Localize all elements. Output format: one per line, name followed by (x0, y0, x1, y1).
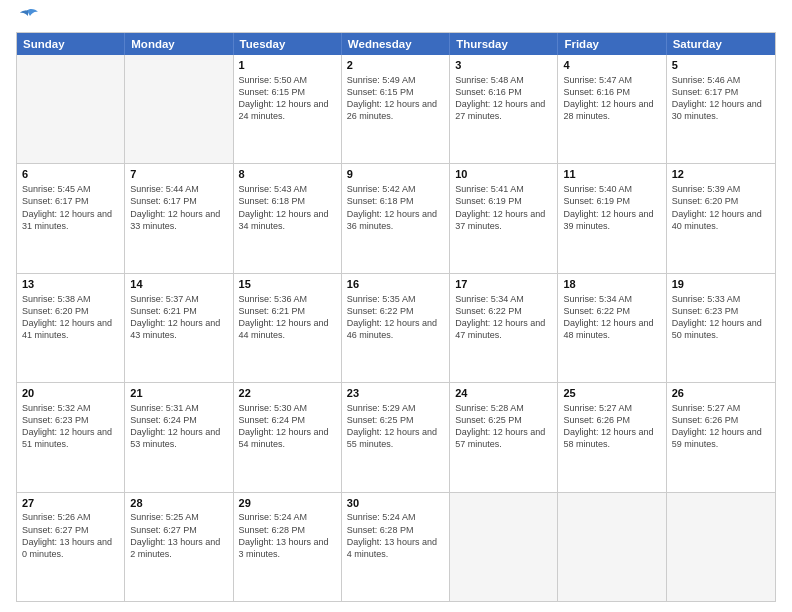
day-number: 1 (239, 58, 336, 73)
day-detail: Sunrise: 5:36 AM Sunset: 6:21 PM Dayligh… (239, 293, 336, 342)
calendar-day-27: 27Sunrise: 5:26 AM Sunset: 6:27 PM Dayli… (17, 493, 125, 601)
day-detail: Sunrise: 5:25 AM Sunset: 6:27 PM Dayligh… (130, 511, 227, 560)
day-number: 13 (22, 277, 119, 292)
day-detail: Sunrise: 5:29 AM Sunset: 6:25 PM Dayligh… (347, 402, 444, 451)
day-detail: Sunrise: 5:30 AM Sunset: 6:24 PM Dayligh… (239, 402, 336, 451)
calendar-day-13: 13Sunrise: 5:38 AM Sunset: 6:20 PM Dayli… (17, 274, 125, 382)
day-number: 28 (130, 496, 227, 511)
header-day-friday: Friday (558, 33, 666, 55)
day-number: 6 (22, 167, 119, 182)
calendar-day-11: 11Sunrise: 5:40 AM Sunset: 6:19 PM Dayli… (558, 164, 666, 272)
day-number: 15 (239, 277, 336, 292)
day-number: 4 (563, 58, 660, 73)
day-detail: Sunrise: 5:45 AM Sunset: 6:17 PM Dayligh… (22, 183, 119, 232)
calendar-day-1: 1Sunrise: 5:50 AM Sunset: 6:15 PM Daylig… (234, 55, 342, 163)
day-number: 19 (672, 277, 770, 292)
day-number: 30 (347, 496, 444, 511)
page-header (16, 12, 776, 24)
calendar-week-1: 1Sunrise: 5:50 AM Sunset: 6:15 PM Daylig… (17, 55, 775, 164)
day-number: 16 (347, 277, 444, 292)
day-detail: Sunrise: 5:33 AM Sunset: 6:23 PM Dayligh… (672, 293, 770, 342)
day-number: 27 (22, 496, 119, 511)
day-detail: Sunrise: 5:42 AM Sunset: 6:18 PM Dayligh… (347, 183, 444, 232)
calendar-day-23: 23Sunrise: 5:29 AM Sunset: 6:25 PM Dayli… (342, 383, 450, 491)
day-number: 2 (347, 58, 444, 73)
calendar-day-25: 25Sunrise: 5:27 AM Sunset: 6:26 PM Dayli… (558, 383, 666, 491)
calendar-body: 1Sunrise: 5:50 AM Sunset: 6:15 PM Daylig… (17, 55, 775, 601)
day-detail: Sunrise: 5:43 AM Sunset: 6:18 PM Dayligh… (239, 183, 336, 232)
calendar-day-7: 7Sunrise: 5:44 AM Sunset: 6:17 PM Daylig… (125, 164, 233, 272)
logo-bird-icon (18, 8, 38, 24)
header-day-wednesday: Wednesday (342, 33, 450, 55)
calendar-day-empty (558, 493, 666, 601)
calendar-day-24: 24Sunrise: 5:28 AM Sunset: 6:25 PM Dayli… (450, 383, 558, 491)
day-detail: Sunrise: 5:46 AM Sunset: 6:17 PM Dayligh… (672, 74, 770, 123)
header-day-thursday: Thursday (450, 33, 558, 55)
calendar-day-16: 16Sunrise: 5:35 AM Sunset: 6:22 PM Dayli… (342, 274, 450, 382)
calendar-day-empty (17, 55, 125, 163)
day-number: 11 (563, 167, 660, 182)
day-detail: Sunrise: 5:37 AM Sunset: 6:21 PM Dayligh… (130, 293, 227, 342)
day-number: 22 (239, 386, 336, 401)
calendar-day-3: 3Sunrise: 5:48 AM Sunset: 6:16 PM Daylig… (450, 55, 558, 163)
header-day-tuesday: Tuesday (234, 33, 342, 55)
day-detail: Sunrise: 5:34 AM Sunset: 6:22 PM Dayligh… (455, 293, 552, 342)
day-number: 20 (22, 386, 119, 401)
header-day-monday: Monday (125, 33, 233, 55)
day-number: 14 (130, 277, 227, 292)
day-number: 7 (130, 167, 227, 182)
calendar-week-3: 13Sunrise: 5:38 AM Sunset: 6:20 PM Dayli… (17, 274, 775, 383)
calendar-week-2: 6Sunrise: 5:45 AM Sunset: 6:17 PM Daylig… (17, 164, 775, 273)
calendar-day-20: 20Sunrise: 5:32 AM Sunset: 6:23 PM Dayli… (17, 383, 125, 491)
day-detail: Sunrise: 5:24 AM Sunset: 6:28 PM Dayligh… (239, 511, 336, 560)
calendar-day-4: 4Sunrise: 5:47 AM Sunset: 6:16 PM Daylig… (558, 55, 666, 163)
calendar-day-12: 12Sunrise: 5:39 AM Sunset: 6:20 PM Dayli… (667, 164, 775, 272)
day-detail: Sunrise: 5:28 AM Sunset: 6:25 PM Dayligh… (455, 402, 552, 451)
day-detail: Sunrise: 5:26 AM Sunset: 6:27 PM Dayligh… (22, 511, 119, 560)
day-number: 18 (563, 277, 660, 292)
calendar-day-2: 2Sunrise: 5:49 AM Sunset: 6:15 PM Daylig… (342, 55, 450, 163)
day-detail: Sunrise: 5:35 AM Sunset: 6:22 PM Dayligh… (347, 293, 444, 342)
day-detail: Sunrise: 5:41 AM Sunset: 6:19 PM Dayligh… (455, 183, 552, 232)
day-number: 23 (347, 386, 444, 401)
calendar-week-4: 20Sunrise: 5:32 AM Sunset: 6:23 PM Dayli… (17, 383, 775, 492)
day-detail: Sunrise: 5:27 AM Sunset: 6:26 PM Dayligh… (672, 402, 770, 451)
day-detail: Sunrise: 5:32 AM Sunset: 6:23 PM Dayligh… (22, 402, 119, 451)
day-detail: Sunrise: 5:50 AM Sunset: 6:15 PM Dayligh… (239, 74, 336, 123)
day-detail: Sunrise: 5:40 AM Sunset: 6:19 PM Dayligh… (563, 183, 660, 232)
day-detail: Sunrise: 5:38 AM Sunset: 6:20 PM Dayligh… (22, 293, 119, 342)
calendar-day-empty (667, 493, 775, 601)
calendar-week-5: 27Sunrise: 5:26 AM Sunset: 6:27 PM Dayli… (17, 493, 775, 601)
day-number: 29 (239, 496, 336, 511)
day-detail: Sunrise: 5:27 AM Sunset: 6:26 PM Dayligh… (563, 402, 660, 451)
calendar-day-17: 17Sunrise: 5:34 AM Sunset: 6:22 PM Dayli… (450, 274, 558, 382)
day-number: 24 (455, 386, 552, 401)
logo (16, 12, 38, 24)
calendar-day-14: 14Sunrise: 5:37 AM Sunset: 6:21 PM Dayli… (125, 274, 233, 382)
day-number: 12 (672, 167, 770, 182)
day-number: 17 (455, 277, 552, 292)
day-number: 26 (672, 386, 770, 401)
day-detail: Sunrise: 5:48 AM Sunset: 6:16 PM Dayligh… (455, 74, 552, 123)
calendar-day-8: 8Sunrise: 5:43 AM Sunset: 6:18 PM Daylig… (234, 164, 342, 272)
calendar-day-19: 19Sunrise: 5:33 AM Sunset: 6:23 PM Dayli… (667, 274, 775, 382)
calendar-day-9: 9Sunrise: 5:42 AM Sunset: 6:18 PM Daylig… (342, 164, 450, 272)
day-number: 9 (347, 167, 444, 182)
calendar-day-5: 5Sunrise: 5:46 AM Sunset: 6:17 PM Daylig… (667, 55, 775, 163)
calendar-day-6: 6Sunrise: 5:45 AM Sunset: 6:17 PM Daylig… (17, 164, 125, 272)
header-day-saturday: Saturday (667, 33, 775, 55)
day-number: 10 (455, 167, 552, 182)
day-number: 25 (563, 386, 660, 401)
calendar-day-30: 30Sunrise: 5:24 AM Sunset: 6:28 PM Dayli… (342, 493, 450, 601)
calendar-day-22: 22Sunrise: 5:30 AM Sunset: 6:24 PM Dayli… (234, 383, 342, 491)
day-detail: Sunrise: 5:31 AM Sunset: 6:24 PM Dayligh… (130, 402, 227, 451)
calendar-day-18: 18Sunrise: 5:34 AM Sunset: 6:22 PM Dayli… (558, 274, 666, 382)
day-number: 3 (455, 58, 552, 73)
day-number: 5 (672, 58, 770, 73)
calendar-day-empty (450, 493, 558, 601)
day-detail: Sunrise: 5:44 AM Sunset: 6:17 PM Dayligh… (130, 183, 227, 232)
calendar: SundayMondayTuesdayWednesdayThursdayFrid… (16, 32, 776, 602)
day-detail: Sunrise: 5:24 AM Sunset: 6:28 PM Dayligh… (347, 511, 444, 560)
calendar-header: SundayMondayTuesdayWednesdayThursdayFrid… (17, 33, 775, 55)
day-detail: Sunrise: 5:39 AM Sunset: 6:20 PM Dayligh… (672, 183, 770, 232)
